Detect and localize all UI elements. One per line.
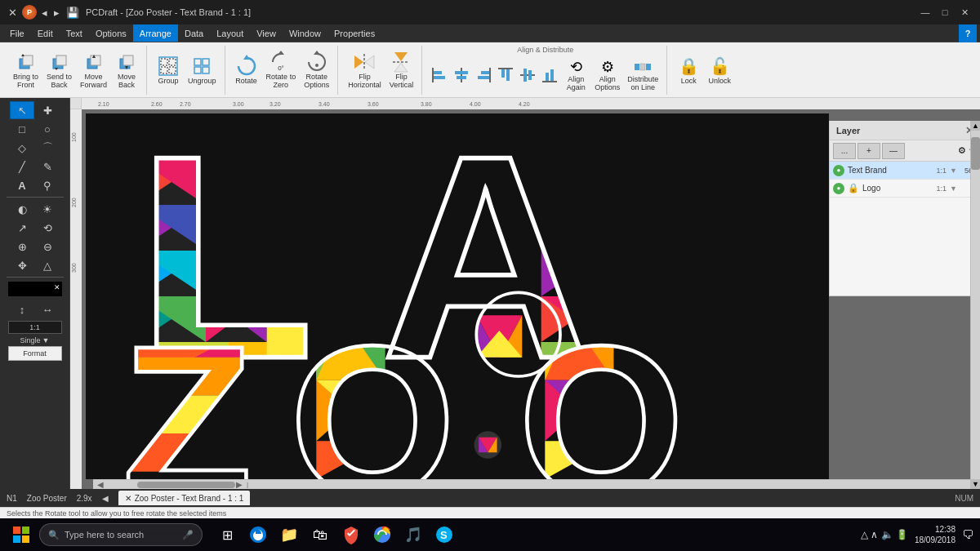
layer-item-text-brand[interactable]: ● Text Brand 1:1 ▼ 566	[830, 162, 980, 180]
format-button[interactable]: Format	[8, 346, 62, 361]
lock-button[interactable]: 🔒 Lock	[674, 52, 703, 88]
menu-file[interactable]: File	[3, 24, 31, 42]
layer-arrow-logo[interactable]: ▼	[950, 184, 957, 193]
group-button[interactable]: Group	[154, 52, 183, 88]
color-box-close[interactable]: ✕	[54, 283, 60, 291]
pencil-tool[interactable]: ✎	[35, 158, 60, 176]
music-button[interactable]: 🎵	[399, 520, 428, 549]
pin-tool[interactable]: ⚲	[35, 176, 60, 194]
scroll-left-arrow[interactable]: ◀	[102, 494, 109, 503]
line-tool[interactable]: ╱	[10, 158, 34, 176]
taskview-button[interactable]: ⊞	[212, 520, 242, 549]
pan-tool[interactable]: ✥	[10, 256, 34, 274]
save-icon[interactable]: 💾	[65, 5, 81, 20]
v-arrow-tool[interactable]: ↕	[10, 300, 34, 318]
start-button[interactable]	[7, 520, 36, 549]
layer-arrow-text-brand[interactable]: ▼	[950, 167, 957, 175]
scroll-thumb-h[interactable]	[137, 482, 235, 488]
menu-layout[interactable]: Layout	[210, 24, 250, 42]
cross-tool[interactable]: ✚	[35, 101, 60, 119]
flip-vertical-button[interactable]: FlipVertical	[386, 48, 417, 92]
star-tool[interactable]: ☀	[35, 200, 60, 218]
flip-horizontal-button[interactable]: FlipHorizontal	[345, 48, 385, 92]
align-top-button[interactable]	[495, 65, 516, 85]
zoom-out-tool[interactable]: ⊖	[35, 238, 60, 256]
canvas-content[interactable]: L A Z O	[82, 109, 980, 489]
align-center-h-button[interactable]	[451, 65, 472, 85]
chrome-button[interactable]	[368, 520, 397, 549]
polygon-tool[interactable]: ◇	[10, 139, 34, 157]
mic-icon[interactable]: 🎤	[182, 530, 194, 540]
menu-data[interactable]: Data	[178, 24, 210, 42]
scrollbar-right[interactable]: ▲ ▼	[970, 121, 980, 489]
align-left-button[interactable]	[429, 65, 450, 85]
status-tab[interactable]: ✕ Zoo Poster - Text Brand - 1 : 1	[118, 491, 251, 505]
antivirus-button[interactable]	[336, 520, 366, 549]
ungroup-button[interactable]: Ungroup	[185, 52, 220, 88]
move-forward-button[interactable]: MoveForward	[77, 48, 110, 92]
close-x-icon[interactable]: ✕	[7, 5, 19, 20]
scrollbar-bottom[interactable]: ◀ ▶ |	[93, 479, 970, 489]
scroll-right-button[interactable]: ▶	[235, 479, 243, 489]
align-again-button[interactable]: ⟲ AlignAgain	[561, 56, 590, 95]
rotate-button[interactable]: Rotate	[232, 52, 261, 88]
store-button[interactable]: 🛍	[305, 520, 335, 549]
maximize-button[interactable]: □	[936, 5, 954, 20]
notification-button[interactable]: 🗨	[962, 528, 973, 541]
menu-arrange[interactable]: Arrange	[133, 24, 178, 42]
layer-panel-input[interactable]: ...	[833, 143, 856, 159]
menu-edit[interactable]: Edit	[31, 24, 60, 42]
align-right-button[interactable]	[473, 65, 494, 85]
rotate-tool[interactable]: ⟲	[35, 219, 60, 237]
menu-window[interactable]: Window	[283, 24, 327, 42]
scroll-thumb-v[interactable]	[971, 137, 980, 170]
layer-panel-add[interactable]: +	[858, 143, 880, 159]
rotate-to-zero-button[interactable]: 0° Rotate toZero	[263, 48, 300, 92]
h-arrow-tool[interactable]: ↔	[35, 300, 60, 318]
rect-tool[interactable]: □	[10, 120, 34, 138]
align-options-button[interactable]: ⚙ AlignOptions	[591, 56, 623, 95]
back-icon[interactable]: ◂	[40, 5, 49, 20]
arc-tool[interactable]: ⌒	[35, 139, 60, 157]
menu-options[interactable]: Options	[89, 24, 133, 42]
unlock-button[interactable]: 🔓 Unlock	[705, 52, 734, 88]
svg-text:3.20: 3.20	[270, 101, 281, 107]
skype-button[interactable]: S	[430, 520, 459, 549]
layer-visibility-logo[interactable]: ●	[833, 183, 844, 194]
select-tool[interactable]: ↖	[10, 101, 34, 119]
canvas-main[interactable]: 2.10 2.60 2.70 3.00 3.20 3.40 3.60 3.80 …	[70, 98, 980, 489]
forward-icon[interactable]: ▸	[52, 5, 61, 20]
taskbar-icons: △ ∧ 🔈 🔋	[861, 529, 908, 540]
edge-button[interactable]	[243, 520, 273, 549]
close-button[interactable]: ✕	[956, 5, 973, 20]
half-tool[interactable]: ◐	[10, 200, 34, 218]
zoom-in-tool[interactable]: ⊕	[10, 238, 34, 256]
move-back-button[interactable]: MoveBack	[112, 48, 141, 92]
scroll-up-button[interactable]: ▲	[971, 121, 980, 131]
send-to-back-button[interactable]: Send toBack	[43, 48, 75, 92]
taskbar-search[interactable]: 🔍 Type here to search 🎤	[39, 523, 203, 546]
layer-item-logo[interactable]: ● 🔒 Logo 1:1 ▼ 0	[830, 180, 980, 198]
layer-visibility-text-brand[interactable]: ●	[833, 165, 844, 176]
measure-tool[interactable]: △	[35, 256, 60, 274]
rotate-options-button[interactable]: RotateOptions	[301, 48, 332, 92]
minimize-button[interactable]: —	[916, 5, 934, 20]
distribute-on-line-button[interactable]: Distributeon Line	[624, 56, 662, 95]
text-tool[interactable]: A	[10, 176, 34, 194]
scroll-down-button[interactable]: ▼	[971, 479, 980, 489]
menu-view[interactable]: View	[250, 24, 283, 42]
layer-panel-remove[interactable]: —	[882, 143, 905, 159]
align-bottom-button[interactable]	[539, 65, 560, 85]
scroll-left-button[interactable]: ◀	[96, 479, 105, 489]
toolbar-group-group: Group Ungroup	[149, 46, 225, 95]
align-center-v-button[interactable]	[517, 65, 538, 85]
menu-text[interactable]: Text	[60, 24, 89, 42]
tab-close-icon[interactable]: ✕	[125, 494, 131, 503]
arrow-tool[interactable]: ↗	[10, 219, 34, 237]
help-button[interactable]: ?	[959, 24, 977, 42]
view-dropdown[interactable]: ▼	[42, 336, 50, 344]
menu-properties[interactable]: Properties	[327, 24, 381, 42]
explorer-button[interactable]: 📁	[274, 520, 304, 549]
ellipse-tool[interactable]: ○	[35, 120, 60, 138]
bring-to-front-button[interactable]: Bring toFront	[10, 48, 42, 92]
